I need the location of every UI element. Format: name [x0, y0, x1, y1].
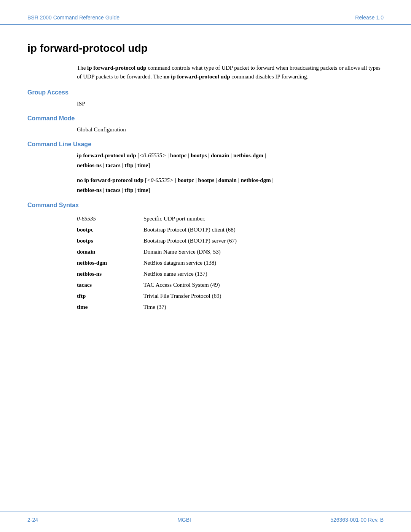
syntax-row: netbios-nsNetBios name service (137): [77, 271, 336, 277]
syntax-desc: Trivial File Transfer Protocol (69): [143, 293, 336, 299]
syntax-row: timeTime (37): [77, 304, 336, 310]
syntax-term: 0-65535: [77, 216, 143, 222]
section-command-line-usage: Command Line Usage ip forward-protocol u…: [27, 141, 384, 195]
section-group-access: Group Access ISP: [27, 89, 384, 108]
syntax-row: domainDomain Name Service (DNS, 53): [77, 249, 336, 255]
syntax-term: netbios-ns: [77, 271, 143, 277]
syntax-term: bootpc: [77, 227, 143, 233]
syntax-row: tftpTrivial File Transfer Protocol (69): [77, 293, 336, 299]
syntax-row: tacacsTAC Access Control System (49): [77, 282, 336, 288]
syntax-term: time: [77, 304, 143, 310]
command-mode-content: Global Configuration: [77, 125, 384, 134]
footer-doc-number: 526363-001-00 Rev. B: [330, 517, 384, 523]
syntax-desc: Domain Name Service (DNS, 53): [143, 249, 336, 255]
footer-company: MGBI: [177, 517, 191, 523]
syntax-term: bootps: [77, 238, 143, 244]
section-command-syntax: Command Syntax 0-65535Specific UDP port …: [27, 202, 384, 310]
page: BSR 2000 Command Reference Guide Release…: [0, 0, 411, 532]
syntax-desc: Time (37): [143, 304, 336, 310]
header-title: BSR 2000 Command Reference Guide: [27, 14, 119, 21]
description-paragraph: The ip forward-protocol udp command cont…: [77, 64, 384, 81]
page-footer: 2-24 MGBI 526363-001-00 Rev. B: [0, 511, 411, 532]
syntax-desc: TAC Access Control System (49): [143, 282, 336, 288]
page-title: ip forward-protocol udp: [27, 42, 384, 54]
syntax-term: domain: [77, 249, 143, 255]
syntax-row: bootpcBootstrap Protocol (BOOTP) client …: [77, 227, 336, 233]
syntax-desc: NetBios datagram service (138): [143, 260, 336, 266]
syntax-row: 0-65535Specific UDP port number.: [77, 216, 336, 222]
syntax-desc: Specific UDP port number.: [143, 216, 336, 222]
usage-line-1: ip forward-protocol udp [<0-65535> | boo…: [77, 151, 384, 170]
group-access-content: ISP: [77, 99, 384, 108]
command-usage-block: ip forward-protocol udp [<0-65535> | boo…: [77, 151, 384, 195]
header-release: Release 1.0: [355, 14, 384, 21]
command-syntax-heading: Command Syntax: [27, 202, 384, 209]
syntax-desc: Bootstrap Protocol (BOOTP) server (67): [143, 238, 336, 244]
desc-bold-2: no ip forward-protocol udp: [163, 73, 230, 80]
usage-line-2: no ip forward-protocol udp [<0-65535> | …: [77, 176, 384, 195]
main-content: ip forward-protocol udp The ip forward-p…: [0, 25, 411, 338]
syntax-term: netbios-dgm: [77, 260, 143, 266]
command-line-usage-heading: Command Line Usage: [27, 141, 384, 148]
syntax-term: tacacs: [77, 282, 143, 288]
syntax-table: 0-65535Specific UDP port number.bootpcBo…: [77, 216, 336, 310]
syntax-row: bootpsBootstrap Protocol (BOOTP) server …: [77, 238, 336, 244]
footer-page-number: 2-24: [27, 517, 38, 523]
command-mode-heading: Command Mode: [27, 115, 384, 122]
section-command-mode: Command Mode Global Configuration: [27, 115, 384, 134]
syntax-term: tftp: [77, 293, 143, 299]
page-header: BSR 2000 Command Reference Guide Release…: [0, 0, 411, 25]
syntax-desc: NetBios name service (137): [143, 271, 336, 277]
syntax-row: netbios-dgmNetBios datagram service (138…: [77, 260, 336, 266]
desc-bold-1: ip forward-protocol udp: [87, 65, 147, 71]
group-access-heading: Group Access: [27, 89, 384, 96]
syntax-desc: Bootstrap Protocol (BOOTP) client (68): [143, 227, 336, 233]
